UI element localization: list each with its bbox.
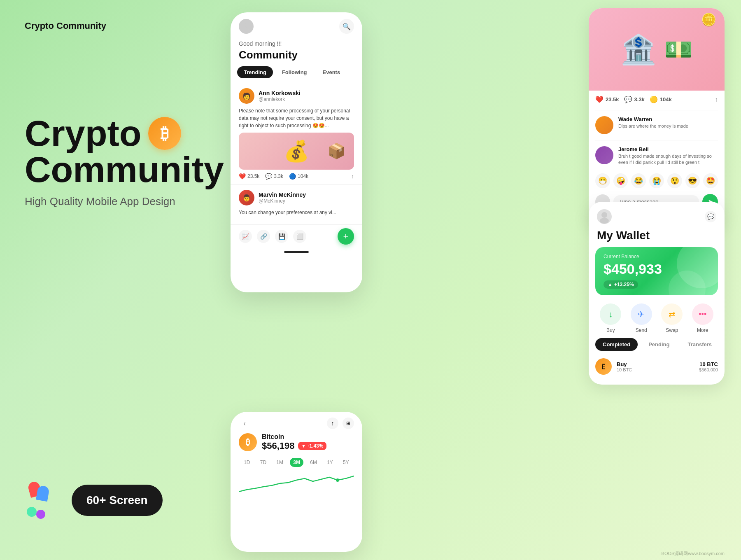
more-label: More bbox=[697, 327, 708, 333]
post2-text: You can change your preferences at any v… bbox=[239, 209, 354, 216]
user-row-jerome: Jerome Bell Bruh t good made enough days… bbox=[589, 142, 725, 170]
action-chart[interactable]: 📈 bbox=[239, 230, 252, 243]
swap-label: Swap bbox=[666, 327, 678, 333]
emoji-mask[interactable]: 😷 bbox=[595, 173, 610, 188]
tab-7d[interactable]: 7D bbox=[257, 458, 270, 467]
post1-avatar: 🧑 bbox=[239, 88, 254, 104]
btc-name: Bitcoin bbox=[262, 433, 326, 441]
phone-community: 🔍 Good morning !!! Community Trending Fo… bbox=[231, 12, 362, 292]
hero-subtitle: High Quality Mobile App Design bbox=[25, 195, 239, 208]
buy-label: Buy bbox=[606, 327, 615, 333]
tab-pending[interactable]: Pending bbox=[641, 338, 677, 351]
panel-shares: 104k bbox=[660, 96, 672, 103]
swap-button[interactable]: ⇄ bbox=[661, 303, 683, 325]
wallet-menu-icon[interactable]: 💬 bbox=[705, 211, 716, 222]
balance-change: ▲ +13.25% bbox=[604, 280, 638, 289]
panel-comments: 3.3k bbox=[634, 96, 645, 103]
quick-actions: ↓ Buy ✈ Send ⇄ Swap ••• More bbox=[589, 302, 725, 338]
tab-6m[interactable]: 6M bbox=[307, 458, 320, 467]
more-button[interactable]: ••• bbox=[692, 303, 713, 325]
panel-likes: 23.5k bbox=[606, 96, 619, 103]
svg-point-0 bbox=[245, 23, 248, 27]
search-icon[interactable]: 🔍 bbox=[339, 19, 354, 34]
grid-icon[interactable]: ⊞ bbox=[343, 418, 354, 429]
emoji-shock[interactable]: 😲 bbox=[667, 173, 682, 188]
tx-amount: 10 BTC $560,000 bbox=[699, 361, 718, 372]
fab-add[interactable]: + bbox=[338, 228, 354, 245]
wallet-header: 💬 bbox=[589, 202, 725, 227]
tab-transfers[interactable]: Transfers bbox=[680, 338, 719, 351]
emoji-cry[interactable]: 😭 bbox=[649, 173, 664, 188]
emoji-laugh[interactable]: 😂 bbox=[631, 173, 646, 188]
tx-coin-icon: ₿ bbox=[595, 358, 612, 375]
tab-1y[interactable]: 1Y bbox=[324, 458, 336, 467]
chart-area bbox=[231, 471, 362, 496]
user-avatar-header[interactable] bbox=[239, 19, 254, 34]
post2-avatar: 👨 bbox=[239, 190, 254, 205]
post-1: 🧑 Ann Korkowski @anniekork Please note t… bbox=[231, 83, 362, 185]
tab-trending[interactable]: Trending bbox=[237, 66, 273, 78]
send-button[interactable]: ✈ bbox=[631, 303, 652, 325]
user-row-wade: Wade Warren Dips are where the money is … bbox=[589, 112, 725, 138]
emoji-crazy[interactable]: 🤪 bbox=[613, 173, 628, 188]
tab-1m[interactable]: 1M bbox=[273, 458, 287, 467]
home-indicator bbox=[284, 251, 309, 253]
post1-text: Please note that some processing of your… bbox=[239, 107, 354, 129]
right-panel-community: 🏦 💵 🪙 ❤️ 23.5k 💬 3.3k 🟡 104k ↑ Wade Warr… bbox=[589, 8, 725, 228]
tx-sub: 10 BTC bbox=[617, 367, 632, 372]
phone1-header: 🔍 bbox=[231, 12, 362, 37]
btc-info-row: ₿ Bitcoin $56,198 ▼ -1.43% bbox=[231, 433, 362, 455]
svg-point-3 bbox=[601, 212, 607, 218]
hero-title-community: Community bbox=[25, 152, 239, 188]
tab-5y[interactable]: 5Y bbox=[340, 458, 352, 467]
back-button[interactable]: ‹ bbox=[239, 418, 250, 429]
hero-title: Crypto ₿ Community bbox=[25, 115, 239, 188]
tab-3m[interactable]: 3M bbox=[290, 458, 303, 467]
tx-name: Buy bbox=[617, 361, 632, 367]
post1-username: Ann Korkowski bbox=[259, 90, 301, 96]
panel-banner-image: 🏦 💵 🪙 bbox=[589, 8, 725, 91]
btc-change: ▼ -1.43% bbox=[298, 442, 327, 450]
post2-username: Marvin McKinney bbox=[259, 191, 306, 198]
upload-icon[interactable]: ↑ bbox=[327, 418, 338, 429]
phone2-header: ‹ ↑ ⊞ bbox=[231, 412, 362, 433]
post1-handle: @anniekork bbox=[259, 96, 301, 102]
btc-price: $56,198 bbox=[262, 441, 295, 451]
tab-1d[interactable]: 1D bbox=[240, 458, 253, 467]
right-panel-wallet: 💬 My Wallet Current Balance $450,933 ▲ +… bbox=[589, 202, 725, 385]
hero-title-crypto: Crypto bbox=[25, 115, 142, 152]
svg-point-2 bbox=[336, 478, 339, 482]
btc-coin-icon: ₿ bbox=[239, 433, 257, 451]
post1-image: 💰 📦 bbox=[239, 133, 354, 170]
action-share[interactable]: 🔗 bbox=[257, 230, 270, 243]
buy-button[interactable]: ↓ bbox=[600, 303, 621, 325]
wade-name: Wade Warren bbox=[618, 116, 688, 122]
wade-avatar bbox=[595, 116, 613, 134]
tab-following[interactable]: Following bbox=[275, 66, 314, 78]
svg-point-1 bbox=[244, 27, 249, 30]
tab-events[interactable]: Events bbox=[316, 66, 347, 78]
balance-card: Current Balance $450,933 ▲ +13.25% bbox=[595, 247, 718, 295]
action-save[interactable]: 💾 bbox=[275, 230, 288, 243]
jerome-avatar bbox=[595, 146, 613, 164]
tab-completed[interactable]: Completed bbox=[595, 338, 638, 351]
emoji-row: 😷 🤪 😂 😭 😲 😎 🤩 bbox=[589, 170, 725, 191]
time-tabs: 1D 7D 1M 3M 6M 1Y 5Y bbox=[231, 455, 362, 469]
post2-actions: 📈 🔗 💾 ⬜ + bbox=[231, 225, 362, 248]
community-tabs: Trending Following Events bbox=[231, 66, 362, 83]
emoji-star[interactable]: 🤩 bbox=[703, 173, 718, 188]
send-label: Send bbox=[636, 327, 647, 333]
wade-text: Dips are where the money is made bbox=[618, 123, 688, 129]
top-brand-label: Crypto Community bbox=[25, 21, 106, 31]
svg-point-4 bbox=[600, 218, 609, 224]
transaction-tabs: Completed Pending Transfers bbox=[589, 338, 725, 355]
shares-count: 104k bbox=[298, 173, 308, 179]
wallet-title: My Wallet bbox=[589, 227, 725, 247]
phone-bitcoin: ‹ ↑ ⊞ ₿ Bitcoin $56,198 ▼ -1.43% 1D 7D 1… bbox=[231, 412, 362, 552]
wallet-user-avatar bbox=[597, 209, 612, 224]
emoji-cool[interactable]: 😎 bbox=[685, 173, 700, 188]
jerome-text: Bruh t good made enough days of investin… bbox=[618, 153, 718, 166]
greeting-text: Good morning !!! bbox=[231, 37, 362, 49]
post2-handle: @McKinney bbox=[259, 198, 306, 204]
action-more[interactable]: ⬜ bbox=[293, 230, 306, 243]
